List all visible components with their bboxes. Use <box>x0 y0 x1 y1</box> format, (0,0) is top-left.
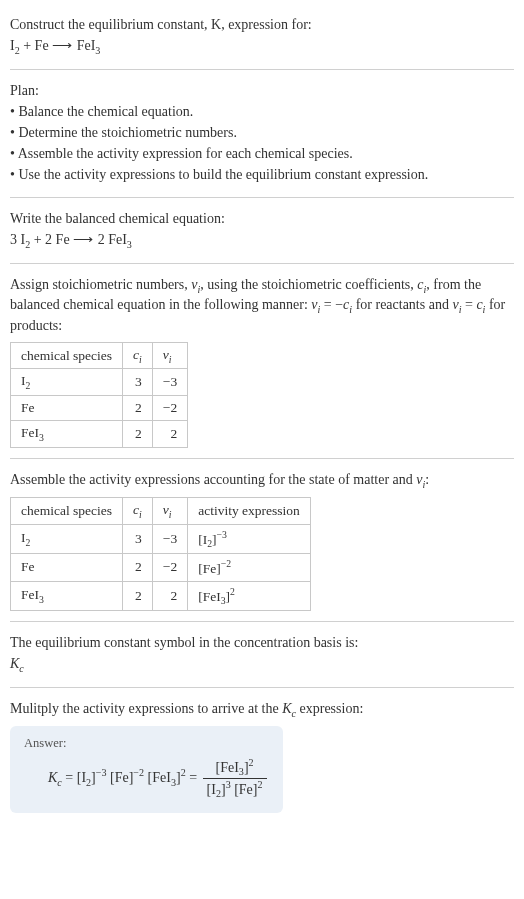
balanced-section: Write the balanced chemical equation: 3 … <box>10 202 514 264</box>
col-activity: activity expression <box>188 498 311 525</box>
cell-activity: [Fe]−2 <box>188 554 311 582</box>
col-species: chemical species <box>11 498 123 525</box>
answer-box: Answer: Kc = [I2]−3 [Fe]−2 [FeI3]2 = [Fe… <box>10 726 283 813</box>
cell-ci: 2 <box>123 396 153 421</box>
fraction-numerator: [FeI3]2 <box>203 757 267 777</box>
plan-item: • Use the activity expressions to build … <box>10 166 514 185</box>
plan-item: • Assemble the activity expression for e… <box>10 145 514 164</box>
activity-text: Assemble the activity expressions accoun… <box>10 471 514 491</box>
intro-prompt: Construct the equilibrium constant, K, e… <box>10 16 514 35</box>
plan-section: Plan: • Balance the chemical equation. •… <box>10 74 514 197</box>
cell-species: I2 <box>11 369 123 396</box>
symbol-section: The equilibrium constant symbol in the c… <box>10 626 514 688</box>
multiply-section: Mulitply the activity expressions to arr… <box>10 692 514 815</box>
cell-vi: 2 <box>152 421 187 448</box>
cell-vi: −2 <box>152 554 187 582</box>
cell-species: FeI3 <box>11 581 123 610</box>
cell-ci: 2 <box>123 581 153 610</box>
plan-heading: Plan: <box>10 82 514 101</box>
assign-text: Assign stoichiometric numbers, νi, using… <box>10 276 514 336</box>
cell-vi: −3 <box>152 369 187 396</box>
table-row: Fe 2 −2 [Fe]−2 <box>11 554 311 582</box>
intro-equation: I2 + Fe ⟶ FeI3 <box>10 37 514 57</box>
cell-species: FeI3 <box>11 421 123 448</box>
balanced-equation: 3 I2 + 2 Fe ⟶ 2 FeI3 <box>10 231 514 251</box>
answer-fraction: [FeI3]2[I2]3 [Fe]2 <box>203 757 267 799</box>
cell-vi: −3 <box>152 524 187 553</box>
cell-ci: 2 <box>123 554 153 582</box>
table-row: FeI3 2 2 [FeI3]2 <box>11 581 311 610</box>
cell-activity: [FeI3]2 <box>188 581 311 610</box>
cell-ci: 3 <box>123 524 153 553</box>
cell-species: I2 <box>11 524 123 553</box>
col-ci: ci <box>123 342 153 369</box>
col-vi: νi <box>152 498 187 525</box>
cell-species: Fe <box>11 554 123 582</box>
cell-activity: [I2]−3 <box>188 524 311 553</box>
activity-table: chemical species ci νi activity expressi… <box>10 497 311 611</box>
fraction-denominator: [I2]3 [Fe]2 <box>203 778 267 799</box>
stoich-table: chemical species ci νi I2 3 −3 Fe 2 −2 F… <box>10 342 188 448</box>
cell-ci: 2 <box>123 421 153 448</box>
table-row: I2 3 −3 <box>11 369 188 396</box>
assign-section: Assign stoichiometric numbers, νi, using… <box>10 268 514 459</box>
table-header-row: chemical species ci νi activity expressi… <box>11 498 311 525</box>
activity-section: Assemble the activity expressions accoun… <box>10 463 514 622</box>
cell-ci: 3 <box>123 369 153 396</box>
symbol-expr: Kc <box>10 655 514 675</box>
multiply-text: Mulitply the activity expressions to arr… <box>10 700 514 720</box>
answer-label: Answer: <box>24 736 269 751</box>
cell-vi: −2 <box>152 396 187 421</box>
symbol-text: The equilibrium constant symbol in the c… <box>10 634 514 653</box>
balanced-heading: Write the balanced chemical equation: <box>10 210 514 229</box>
table-header-row: chemical species ci νi <box>11 342 188 369</box>
col-vi: νi <box>152 342 187 369</box>
plan-item: • Balance the chemical equation. <box>10 103 514 122</box>
table-row: FeI3 2 2 <box>11 421 188 448</box>
col-ci: ci <box>123 498 153 525</box>
table-row: I2 3 −3 [I2]−3 <box>11 524 311 553</box>
col-species: chemical species <box>11 342 123 369</box>
answer-expression: Kc = [I2]−3 [Fe]−2 [FeI3]2 = [FeI3]2[I2]… <box>24 757 269 799</box>
cell-species: Fe <box>11 396 123 421</box>
answer-lhs: Kc = [I2]−3 [Fe]−2 [FeI3]2 = <box>48 770 201 785</box>
cell-vi: 2 <box>152 581 187 610</box>
table-row: Fe 2 −2 <box>11 396 188 421</box>
plan-item: • Determine the stoichiometric numbers. <box>10 124 514 143</box>
intro-section: Construct the equilibrium constant, K, e… <box>10 8 514 70</box>
